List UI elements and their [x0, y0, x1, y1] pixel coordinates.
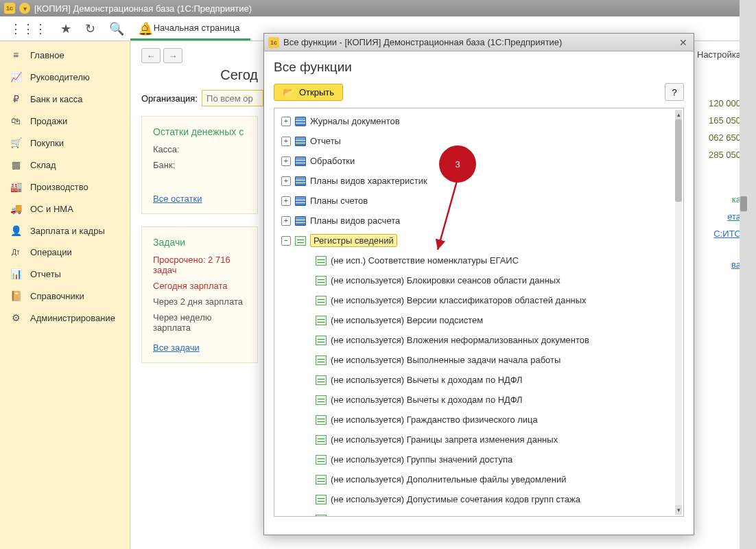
toolbar-icons: ⋮⋮⋮ ★ ↻ 🔍 🔔	[0, 21, 130, 36]
expand-icon[interactable]: +	[281, 216, 291, 226]
tasks-panel: Задачи Просрочено: 2 716 задач Сегодня з…	[141, 226, 258, 363]
tree-node[interactable]: +Журналы документов	[274, 111, 683, 131]
sidebar-item-warehouse[interactable]: ▦Склад	[0, 154, 130, 176]
node-icon	[295, 117, 306, 126]
tree-child-node[interactable]: (не используется) Выполненные задачи нач…	[274, 350, 683, 370]
expand-icon[interactable]: +	[281, 137, 291, 146]
tree-node[interactable]: +Обработки	[274, 151, 683, 171]
right-column: Настройка 120 000 165 050 062 650 285 05…	[686, 41, 748, 285]
expand-icon[interactable]: +	[281, 176, 291, 186]
tree-child-node[interactable]: (не используется) ЕСН Скидки к доходам	[274, 509, 683, 517]
window-title: [КОПИЯ] Демонстрационная база (1С:Предпр…	[34, 3, 252, 14]
right-link[interactable]: ка	[693, 194, 741, 205]
tree-child-node[interactable]: (не используется) Дополнительные файлы у…	[274, 469, 683, 489]
tasks-link[interactable]: Все задачи	[153, 342, 200, 353]
balances-link[interactable]: Все остатки	[153, 194, 202, 204]
node-label: Обработки	[310, 156, 355, 166]
tree-container: +Журналы документов+Отчеты+Обработки+Пла…	[274, 108, 684, 517]
tree-node[interactable]: +Планы счетов	[274, 191, 683, 211]
page-scroll-thumb[interactable]	[740, 196, 747, 211]
sidebar-item-reports[interactable]: 📊Отчеты	[0, 263, 130, 285]
tree-scrollbar[interactable]: ▴ ▾	[675, 110, 682, 515]
tree-child-node[interactable]: (не используется) Версии классификаторов…	[274, 290, 683, 310]
sidebar-item-admin[interactable]: ⚙Администрирование	[0, 307, 130, 329]
right-link[interactable]: ета	[693, 211, 741, 222]
window-title-bar: 1c ▾ [КОПИЯ] Демонстрационная база (1С:П…	[0, 0, 748, 16]
tree-child-node[interactable]: (не используется) Вычеты к доходам по НД…	[274, 390, 683, 410]
app-window: 1c ▾ [КОПИЯ] Демонстрационная база (1С:П…	[0, 0, 756, 549]
page-scrollbar[interactable]	[740, 0, 748, 549]
sidebar-item-operations[interactable]: ДтОперации	[0, 242, 130, 263]
node-label: (не используется) Вычеты к доходам по НД…	[331, 375, 523, 385]
history-icon[interactable]: ↻	[85, 21, 95, 36]
nav-back-button[interactable]: ←	[141, 48, 161, 63]
book-icon: 📔	[10, 290, 22, 301]
collapse-icon[interactable]: −	[281, 236, 291, 246]
expand-icon[interactable]: +	[281, 117, 291, 126]
sidebar-item-purchases[interactable]: 🛒Покупки	[0, 132, 130, 154]
register-icon	[316, 375, 327, 385]
expand-icon[interactable]: +	[281, 156, 291, 166]
register-icon	[316, 276, 327, 285]
tree-child-node[interactable]: (не используется) Допустимые сочетания к…	[274, 489, 683, 509]
org-input[interactable]	[202, 90, 263, 106]
truck-icon: 🚚	[10, 203, 22, 214]
settings-link[interactable]: Настройка	[693, 49, 741, 60]
tasks-in2: Через 2 дня зарплата	[153, 296, 246, 307]
sidebar-item-production[interactable]: 🏭Производство	[0, 176, 130, 198]
search-icon[interactable]: 🔍	[109, 21, 124, 36]
sidebar-item-assets[interactable]: 🚚ОС и НМА	[0, 198, 130, 220]
scroll-up-icon[interactable]: ▴	[675, 110, 682, 119]
nav-forward-button[interactable]: →	[163, 48, 182, 63]
node-label: Регистры сведений	[310, 234, 397, 247]
scroll-down-icon[interactable]: ▾	[675, 505, 682, 515]
apps-icon[interactable]: ⋮⋮⋮	[10, 21, 47, 36]
node-label: (не используется) Группы значений доступ…	[331, 454, 512, 465]
tree-child-node[interactable]: (не используется) Вложения неформализова…	[274, 330, 683, 350]
sidebar-item-sales[interactable]: 🛍Продажи	[0, 110, 130, 132]
help-button[interactable]: ?	[665, 83, 684, 101]
dropdown-icon[interactable]: ▾	[19, 3, 30, 14]
right-num: 285 050	[693, 150, 741, 160]
node-icon	[295, 156, 306, 166]
tree-node[interactable]: +Отчеты	[274, 131, 683, 151]
right-num: 062 650	[693, 132, 741, 143]
tree-child-node[interactable]: (не используется) Блокировки сеансов обл…	[274, 270, 683, 290]
tree-child-node[interactable]: (не используется) Границы запрета измене…	[274, 430, 683, 449]
factory-icon: 🏭	[10, 181, 22, 192]
sidebar-item-manager[interactable]: 📈Руководителю	[0, 66, 130, 88]
sidebar-item-catalogs[interactable]: 📔Справочники	[0, 285, 130, 307]
right-link[interactable]: ва	[693, 259, 741, 270]
chart-icon: 📈	[10, 71, 22, 82]
tree-node[interactable]: +Планы видов характеристик	[274, 171, 683, 191]
dialog-header: Все функции	[274, 60, 684, 75]
sidebar-item-main[interactable]: ≡Главное	[0, 44, 130, 66]
tree-child-node[interactable]: (не используется) Версии подсистем	[274, 310, 683, 330]
open-button[interactable]: 📂 Открыть	[274, 84, 343, 101]
right-link[interactable]: С:ИТС	[693, 229, 741, 239]
node-icon	[295, 196, 306, 206]
tree-node-selected[interactable]: −Регистры сведений	[274, 231, 683, 250]
tree-child-node[interactable]: (не исп.) Соответствие номенклатуры ЕГАИ…	[274, 250, 683, 270]
scroll-thumb[interactable]	[675, 119, 682, 202]
tree-node[interactable]: +Планы видов расчета	[274, 211, 683, 231]
node-label: (не исп.) Соответствие номенклатуры ЕГАИ…	[331, 255, 519, 266]
balances-panel: Остатки денежных с Касса: Банк: Все оста…	[141, 116, 258, 214]
tree-child-node[interactable]: (не используется) Группы значений доступ…	[274, 449, 683, 469]
register-icon	[316, 395, 327, 405]
tree-child-node[interactable]: (не используется) Вычеты к доходам по НД…	[274, 370, 683, 390]
node-label: Журналы документов	[310, 116, 400, 126]
register-icon	[295, 236, 306, 246]
home-icon: ⌂	[141, 21, 148, 34]
svg-line-0	[438, 181, 457, 250]
home-tab[interactable]: ⌂ Начальная страница	[130, 16, 250, 40]
close-icon[interactable]: ✕	[677, 36, 689, 49]
sidebar-item-bank[interactable]: ₽Банк и касса	[0, 88, 130, 110]
bars-icon: 📊	[10, 268, 22, 279]
expand-icon[interactable]: +	[281, 196, 291, 206]
sidebar-item-hr[interactable]: 👤Зарплата и кадры	[0, 220, 130, 242]
tree-child-node[interactable]: (не используется) Гражданство физическог…	[274, 410, 683, 430]
callout-arrow-icon	[431, 177, 472, 259]
star-icon[interactable]: ★	[60, 21, 71, 36]
node-label: (не используется) Выполненные задачи нач…	[331, 355, 560, 365]
